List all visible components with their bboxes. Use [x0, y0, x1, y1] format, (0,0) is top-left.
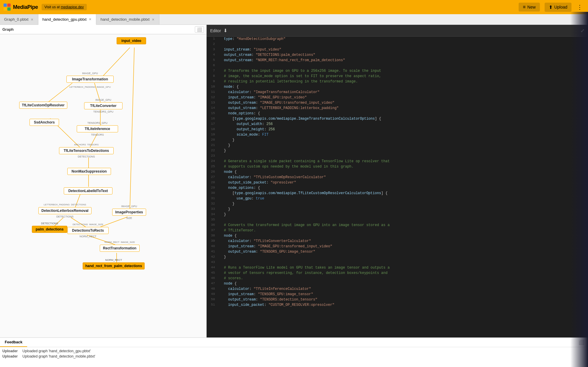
- logo-cell-blue: [4, 4, 7, 7]
- tab-label: hand_detection_gpu.pbtxt: [43, 17, 87, 22]
- feedback-tab[interactable]: Feedback: [0, 338, 27, 347]
- app-title: MediaPipe: [13, 4, 38, 10]
- visit-link[interactable]: mediapipe.dev: [61, 5, 84, 9]
- code-line-33: 33 }: [207, 207, 588, 212]
- visit-text: Visit us at: [45, 5, 60, 9]
- graph-toolbar: Graph ⬜: [0, 25, 206, 34]
- log-message-1: Uploaded graph 'hand_detection_mobile.pb…: [22, 354, 95, 358]
- logo[interactable]: MediaPipe: [4, 4, 38, 11]
- node-tflite-custom-op[interactable]: TfLiteCustomOpResolver: [19, 102, 67, 109]
- graph-canvas[interactable]: input_video IMAGE_GPU ImageTransformatio…: [0, 34, 206, 337]
- node-detections-to-rects[interactable]: DETECTIONS IMAGE_SIZE DetectionsToRects …: [67, 227, 109, 234]
- logo-cell-red: [7, 4, 11, 7]
- code-line-35: 35: [207, 217, 588, 223]
- node-palm-detections[interactable]: DETECTIONS palm_detections: [32, 226, 67, 233]
- svg-line-0: [103, 48, 130, 76]
- code-line-34: 34 }: [207, 212, 588, 217]
- editor-toolbar: Editor ⬇ ⤢: [207, 25, 588, 37]
- log-entry-1: Uploader Uploaded graph 'hand_detection_…: [2, 354, 586, 359]
- code-line-8: 8 # image, the scale_mode option is set …: [207, 74, 588, 79]
- code-line-42: 42 }: [207, 255, 588, 260]
- tabs-bar: Graph_0.pbtxt × hand_detection_gpu.pbtxt…: [0, 14, 588, 25]
- graph-label: Graph: [2, 27, 14, 32]
- header: MediaPipe Visit us at mediapipe.dev ≡ Ne…: [0, 0, 588, 14]
- code-line-24: 24 # Generates a single side packet cont…: [207, 159, 588, 164]
- node-image-properties[interactable]: IMAGE_GPU ImageProperties SIZE: [112, 209, 146, 216]
- editor-download-button[interactable]: ⬇: [223, 28, 227, 33]
- node-input-video[interactable]: input_video: [117, 37, 146, 44]
- node-detection-label[interactable]: DetectionLabelIdToText: [64, 187, 112, 194]
- upload-button[interactable]: ⬆ Upload: [545, 3, 571, 12]
- node-image-transformation[interactable]: IMAGE_GPU ImageTransformation LETTERBOX_…: [66, 76, 114, 83]
- code-line-12: 12 input_stream: "IMAGE_GPU:input_video": [207, 95, 588, 100]
- code-line-13: 13 output_stream: "IMAGE_GPU:transformed…: [207, 100, 588, 106]
- tab-hand-gpu[interactable]: hand_detection_gpu.pbtxt ×: [38, 14, 97, 25]
- code-line-3: 3 input_stream: "input_video": [207, 47, 588, 53]
- node-tflite-converter[interactable]: IMAGE_GPU TfLiteConverter TENSORS_GPU: [84, 102, 122, 109]
- code-line-23: 23: [207, 154, 588, 159]
- code-line-11: 11 calculator: "ImageTransformationCalcu…: [207, 90, 588, 95]
- code-line-9: 9 # resulting in potential letterboxing …: [207, 79, 588, 85]
- code-line-26: 26 node {: [207, 170, 588, 175]
- code-line-48: 48 calculator: "TfLiteInferenceCalculato…: [207, 287, 588, 292]
- tab-graph-0[interactable]: Graph_0.pbtxt ×: [0, 14, 38, 25]
- node-hand-rect[interactable]: NORM_RECT hand_rect_from_palm_detections: [83, 262, 145, 269]
- code-line-28: 28 output_side_packet: "opresolver": [207, 180, 588, 186]
- code-line-16: 16 [type.googleapis.com/mediapipe.ImageT…: [207, 116, 588, 122]
- code-line-14: 14 output_stream: "LETTERBOX_PADDING:let…: [207, 106, 588, 111]
- node-tensors-to-detections[interactable]: ANCHORS TENSORS TfLiteTensorsToDetection…: [59, 147, 114, 154]
- logo-grid: [4, 4, 11, 11]
- tab-close-0[interactable]: ×: [30, 17, 34, 22]
- code-line-17: 17 output_width: 256: [207, 122, 588, 127]
- editor-expand-button[interactable]: ⤢: [581, 28, 584, 33]
- svg-line-9: [130, 48, 134, 209]
- code-line-20: 20 }: [207, 138, 588, 143]
- bottom-area: Feedback ⬜ Uploader Uploaded graph 'hand…: [0, 337, 588, 367]
- tab-hand-mobile[interactable]: hand_detection_mobile.pbtxt ×: [96, 14, 159, 25]
- more-button[interactable]: ⋮: [575, 2, 584, 12]
- node-rect-transformation[interactable]: NORM_RECT IMAGE_SIZE RectTransformation: [100, 245, 140, 252]
- upload-label: Upload: [554, 5, 567, 9]
- svg-line-2: [49, 83, 72, 102]
- code-line-41: 41 output_stream: "TENSORS_GPU:image_ten…: [207, 249, 588, 255]
- code-line-45: 45 # vector of tensors representing, for…: [207, 271, 588, 276]
- code-line-19: 19 scale_mode: FIT: [207, 132, 588, 138]
- code-line-4: 4 output_stream: "DETECTIONS:palm_detect…: [207, 53, 588, 58]
- log-content: Uploader Uploaded graph 'hand_detection_…: [0, 347, 588, 367]
- code-line-38: 38 node {: [207, 233, 588, 239]
- log-source-0: Uploader: [2, 349, 20, 353]
- code-line-30: 30 [type.googleapis.com/mediapipe.TfLite…: [207, 191, 588, 196]
- node-letterbox-removal[interactable]: LETTERBOX_PADDING DETECTIONS DetectionLe…: [38, 207, 92, 214]
- editor-content[interactable]: 1 type: "HandDetectionSubgraph" 2 3 inpu…: [207, 37, 588, 337]
- code-line-1: 1 type: "HandDetectionSubgraph": [207, 37, 588, 42]
- code-line-29: 29 node_options: {: [207, 186, 588, 191]
- bottom-tabs: Feedback ⬜: [0, 338, 588, 347]
- upload-icon: ⬆: [549, 4, 553, 10]
- code-line-51: 51 input_side_packet: "CUSTOM_OP_RESOLVE…: [207, 303, 588, 308]
- hamburger-icon: ≡: [523, 4, 525, 10]
- graph-toggle-button[interactable]: ⬜: [195, 26, 204, 33]
- code-line-44: 44 # Runs a TensorFlow Lite model on GPU…: [207, 265, 588, 271]
- code-line-2: 2: [207, 42, 588, 47]
- log-message-0: Uploaded graph 'hand_detection_gpu.pbtxt…: [22, 349, 91, 353]
- code-line-31: 31 use_gpu: true: [207, 196, 588, 202]
- tab-close-2[interactable]: ×: [151, 17, 155, 22]
- code-line-22: 22 }: [207, 148, 588, 154]
- node-ssd-anchors[interactable]: SsdAnchors: [30, 119, 59, 126]
- node-tflite-inference[interactable]: TENSORS_GPU TfLiteInference TENSORS: [77, 125, 118, 132]
- new-button[interactable]: ≡ New: [519, 3, 540, 12]
- bottom-expand-button[interactable]: ⬜: [575, 338, 588, 347]
- svg-line-12: [100, 217, 128, 227]
- code-line-21: 21 }: [207, 143, 588, 148]
- graph-panel: Graph ⬜: [0, 25, 207, 337]
- code-line-18: 18 output_height: 256: [207, 127, 588, 132]
- code-line-6: 6: [207, 63, 588, 69]
- visit-button[interactable]: Visit us at mediapipe.dev: [42, 4, 87, 10]
- code-line-43: 43: [207, 260, 588, 265]
- node-non-max-suppression[interactable]: NonMaxSuppression: [67, 168, 111, 175]
- code-line-46: 46 # scores.: [207, 276, 588, 281]
- code-line-32: 32 }: [207, 202, 588, 207]
- editor-panel: Editor ⬇ ⤢ 1 type: "HandDetectionSubgrap…: [207, 25, 588, 337]
- tab-close-1[interactable]: ×: [88, 17, 92, 22]
- editor-label: Editor: [210, 28, 221, 33]
